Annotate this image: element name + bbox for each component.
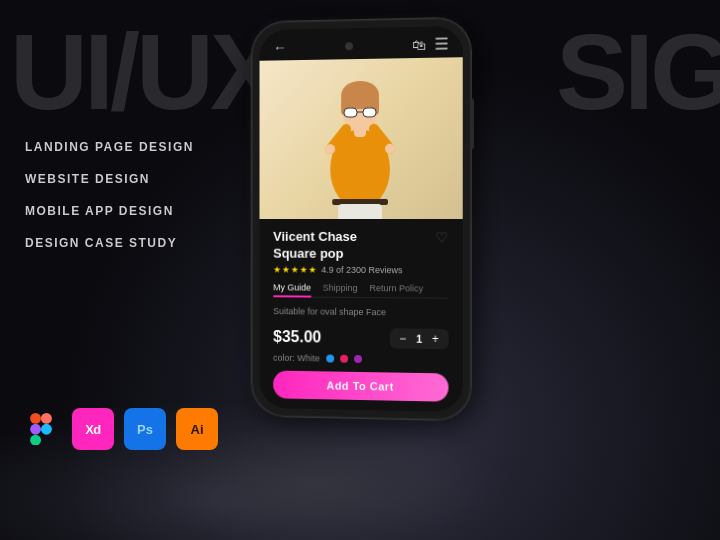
stars-row: ★★★★★ 4.9 of 2300 Reviews (273, 264, 448, 275)
color-pink[interactable] (340, 355, 348, 363)
stars: ★★★★★ (273, 264, 317, 274)
nav-item-landing[interactable]: LANDING PAGE DESIGN (25, 140, 194, 154)
phone-frame: ← 🛍 ☰ (252, 18, 471, 421)
svg-rect-0 (30, 413, 41, 424)
menu-icon[interactable]: ☰ (434, 34, 448, 53)
figma-icon[interactable] (20, 408, 62, 450)
color-row: color: White (273, 353, 448, 366)
ps-icon[interactable]: Ps (124, 408, 166, 450)
phone-topbar: ← 🛍 ☰ (260, 26, 463, 61)
color-blue[interactable] (326, 355, 334, 363)
color-purple[interactable] (354, 355, 362, 363)
qty-decrease[interactable]: − (396, 332, 410, 346)
add-to-cart-button[interactable]: Add To Cart (273, 371, 448, 402)
svg-rect-3 (30, 435, 41, 445)
xd-icon[interactable]: Xd (72, 408, 114, 450)
phone-mockup: ← 🛍 ☰ (252, 18, 471, 421)
product-image (260, 57, 463, 219)
camera-dot (345, 42, 353, 50)
product-description: Suitable for oval shape Face (273, 305, 448, 319)
tab-shipping[interactable]: Shipping (323, 283, 358, 297)
tab-my-guide[interactable]: My Guide (273, 282, 311, 296)
svg-point-16 (325, 144, 335, 154)
svg-point-17 (385, 144, 395, 154)
phone-screen: ← 🛍 ☰ (260, 26, 463, 413)
product-tabs: My Guide Shipping Return Policy (273, 282, 448, 298)
rating-text: 4.9 of 2300 Reviews (321, 265, 402, 275)
tab-return-policy[interactable]: Return Policy (370, 283, 424, 297)
left-navigation: LANDING PAGE DESIGN WEBSITE DESIGN MOBIL… (25, 140, 194, 250)
price-row: $35.00 − 1 + (273, 327, 448, 349)
svg-rect-12 (363, 108, 376, 117)
color-label: color: White (273, 353, 320, 364)
svg-rect-19 (338, 204, 382, 219)
nav-item-case-study[interactable]: DESIGN CASE STUDY (25, 236, 194, 250)
svg-rect-11 (344, 108, 357, 117)
tools-row: Xd Ps Ai (20, 408, 218, 450)
phone-side-button (471, 99, 474, 150)
nav-item-website[interactable]: WEBSITE DESIGN (25, 172, 194, 186)
product-price: $35.00 (273, 328, 321, 347)
product-name: Viicent Chase Square pop (273, 229, 357, 263)
hero-right-text: SIG (556, 18, 720, 126)
back-icon[interactable]: ← (273, 39, 287, 55)
svg-rect-1 (41, 413, 52, 424)
product-info: Viicent Chase Square pop ♡ ★★★★★ 4.9 of … (260, 219, 463, 413)
svg-rect-2 (30, 424, 41, 435)
heart-icon[interactable]: ♡ (435, 229, 448, 245)
qty-value: 1 (416, 333, 422, 345)
product-header: Viicent Chase Square pop ♡ (273, 229, 448, 263)
ai-icon[interactable]: Ai (176, 408, 218, 450)
qty-increase[interactable]: + (428, 332, 442, 346)
svg-point-4 (41, 424, 52, 435)
nav-item-mobile[interactable]: MOBILE APP DESIGN (25, 204, 194, 218)
quantity-control: − 1 + (390, 329, 449, 350)
bag-icon[interactable]: 🛍 (412, 36, 426, 52)
